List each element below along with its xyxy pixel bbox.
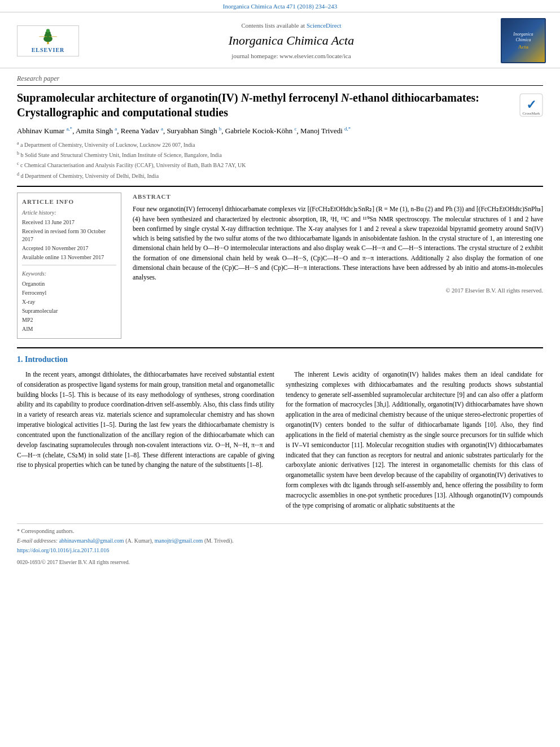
svg-point-4 [46, 29, 50, 32]
abstract-title: ABSTRACT [133, 193, 543, 201]
bottom-bar: 0020-1693/© 2017 Elsevier B.V. All right… [17, 559, 543, 566]
affiliations: a a Department of Chemistry, University … [17, 140, 543, 180]
svg-text:✓: ✓ [526, 98, 536, 112]
contents-available-text: Contents lists available at ScienceDirec… [90, 21, 492, 30]
article-info-title: ARTICLE INFO [22, 198, 116, 206]
keyword-1: Organotin [22, 279, 116, 289]
keyword-5: MP2 [22, 316, 116, 325]
journal-cover-text1: InorganicaChimica [513, 32, 533, 42]
article-body: ARTICLE INFO Article history: Received 1… [17, 186, 543, 339]
affiliation-a: a a Department of Chemistry, University … [17, 140, 543, 149]
page: Inorganica Chimica Acta 471 (2018) 234–2… [0, 0, 560, 747]
accepted-date: Accepted 10 November 2017 [22, 244, 116, 252]
corresponding-note: * Corresponding authors. [17, 527, 543, 535]
paper-title-area: Supramolecular architecture of organotin… [17, 90, 543, 120]
crossmark-icon: ✓ CrossMark [519, 93, 543, 117]
email-link[interactable]: abhinavmarshal@gmail.com [59, 538, 124, 544]
elsevier-logo-area: ELSEVIER [11, 18, 85, 63]
intro-para-2: The inherent Lewis acidity of organotin(… [286, 370, 543, 510]
abstract-copyright: © 2017 Elsevier B.V. All rights reserved… [133, 287, 543, 295]
paper-title: Supramolecular architecture of organotin… [17, 90, 511, 120]
intro-column-2: The inherent Lewis acidity of organotin(… [286, 370, 543, 515]
sciencedirect-link[interactable]: ScienceDirect [307, 22, 342, 29]
footnote-area: * Corresponding authors. E-mail addresse… [17, 523, 543, 566]
journal-citation: Inorganica Chimica Acta 471 (2018) 234–2… [223, 3, 337, 10]
paper-type-label: Research paper [17, 74, 543, 86]
introduction-section: 1. Introduction In the recent years, amo… [17, 347, 543, 515]
abstract-text: Four new organotin(IV) ferrocenyl dithio… [133, 204, 543, 282]
svg-text:CrossMark: CrossMark [522, 111, 540, 116]
journal-center-header: Contents lists available at ScienceDirec… [90, 18, 492, 63]
article-info-column: ARTICLE INFO Article history: Received 1… [17, 193, 121, 339]
journal-homepage: journal homepage: www.elsevier.com/locat… [90, 52, 492, 60]
journal-title: Inorganica Chimica Acta [90, 32, 492, 50]
keyword-4: Supramolecular [22, 307, 116, 316]
article-info-box: ARTICLE INFO Article history: Received 1… [17, 193, 121, 339]
journal-citation-bar: Inorganica Chimica Acta 471 (2018) 234–2… [0, 0, 560, 12]
intro-column-1: In the recent years, amongst dithiolates… [17, 370, 274, 515]
journal-header: ELSEVIER Contents lists available at Sci… [0, 12, 560, 68]
received-date: Received 13 June 2017 [22, 219, 116, 226]
keyword-6: AIM [22, 325, 116, 334]
keywords-section: Keywords: Organotin Ferrocenyl X-ray Sup… [22, 270, 116, 334]
elsevier-tree-icon [34, 28, 62, 45]
affiliation-b: b b Solid State and Structural Chemistry… [17, 150, 543, 159]
elsevier-text: ELSEVIER [32, 46, 65, 54]
journal-logo-right: InorganicaChimica Acta [498, 18, 549, 63]
authors-line: Abhinav Kumar a,*, Amita Singh a, Reena … [17, 125, 543, 137]
affiliation-d: d d Department of Chemistry, University … [17, 171, 543, 180]
journal-cover-image: InorganicaChimica Acta [501, 18, 546, 63]
info-divider [22, 265, 116, 265]
journal-cover-text2: Acta [518, 44, 528, 50]
keyword-3: X-ray [22, 298, 116, 307]
available-online-date: Available online 13 November 2017 [22, 254, 116, 261]
revised-date: Received in revised form 30 October 2017 [22, 228, 116, 243]
affiliation-c: c c Chemical Characterisation and Analys… [17, 160, 543, 169]
main-content: Research paper Supramolecular architectu… [0, 68, 560, 578]
keywords-label: Keywords: [22, 270, 116, 278]
article-history-label: Article history: [22, 209, 116, 217]
introduction-heading: 1. Introduction [17, 354, 543, 365]
intro-para-1: In the recent years, amongst dithiolates… [17, 370, 274, 470]
doi-link[interactable]: https://doi.org/10.1016/j.ica.2017.11.01… [17, 547, 109, 553]
email-link-2[interactable]: manojtri@gmail.com [155, 538, 203, 544]
keywords-list: Organotin Ferrocenyl X-ray Supramolecula… [22, 279, 116, 334]
elsevier-logo: ELSEVIER [17, 25, 79, 56]
doi-line: https://doi.org/10.1016/j.ica.2017.11.01… [17, 547, 543, 554]
keyword-2: Ferrocenyl [22, 289, 116, 298]
introduction-text-columns: In the recent years, amongst dithiolates… [17, 370, 543, 515]
abstract-column: ABSTRACT Four new organotin(IV) ferrocen… [133, 193, 543, 339]
email-note: E-mail addresses: abhinavmarshal@gmail.c… [17, 537, 543, 545]
